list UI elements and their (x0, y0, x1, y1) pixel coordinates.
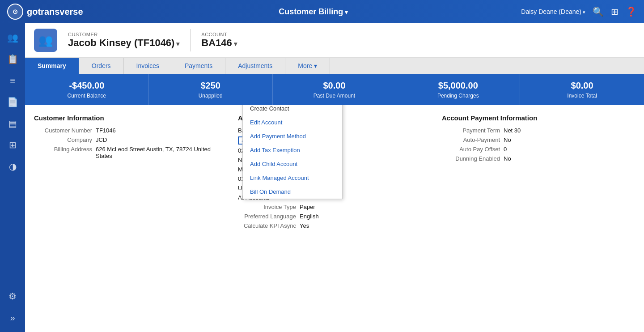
label-dunning: Dunning Enabled (442, 155, 500, 162)
customer-info: CUSTOMER Jacob Kinsey (TF1046) (68, 32, 179, 49)
top-nav: ⊙ gotransverse Customer Billing Daisy De… (0, 0, 644, 23)
customer-avatar: 👥 (34, 29, 57, 52)
info-row-billing-address: Billing Address 626 McLeod Street Austin… (34, 146, 227, 159)
main-content: Customer Information Customer Number TF1… (25, 105, 644, 332)
customer-label: CUSTOMER (68, 32, 179, 37)
sidebar-item-calc[interactable]: ⊞ (3, 135, 22, 155)
value-customer-number: TF1046 (96, 127, 116, 134)
stat-past-due: $0.00 Past Due Amount (273, 74, 397, 105)
stat-current-balance: -$450.00 Current Balance (25, 74, 149, 105)
sidebar-item-palette[interactable]: ◑ (3, 157, 22, 176)
dropdown-item-edit-account[interactable]: Edit Account (243, 115, 342, 129)
dropdown-item-add-child-account[interactable]: Add Child Account (243, 157, 342, 171)
sidebar-item-card[interactable]: ▤ (3, 114, 22, 133)
label-billing-address: Billing Address (34, 146, 92, 159)
dropdown-item-create-contact[interactable]: Create Contact (243, 105, 342, 115)
stat-pending: $5,000.00 Pending Charges (396, 74, 520, 105)
sidebar-item-settings[interactable]: ⚙ (3, 286, 22, 306)
nav-right: Daisy Deane (Deane) 🔍 ⊞ ❓ (521, 6, 637, 17)
stat-invoice-total: $0.00 Invoice Total (520, 74, 644, 105)
main-layout: 👥 📋 ≡ 📄 ▤ ⊞ ◑ ⚙ » 👥 CUSTOMER Jacob Kinse… (0, 23, 644, 332)
label-preferred-lang: Preferred Language (238, 213, 296, 220)
info-row-auto-payment: Auto-Payment No (442, 136, 635, 143)
tab-orders[interactable]: Orders (79, 58, 124, 74)
tab-invoices[interactable]: Invoices (124, 58, 172, 74)
label-customer-number: Customer Number (34, 127, 92, 134)
dropdown-item-add-payment-method[interactable]: Add Payment Method (243, 129, 342, 143)
logo-icon: ⊙ (7, 4, 23, 20)
dropdown-item-link-managed-account[interactable]: Link Managed Account (243, 171, 342, 185)
stat-value-unapplied: $250 (156, 81, 265, 91)
stat-unapplied: $250 Unapplied (149, 74, 273, 105)
dropdown-menu: Create Order Create Payment Create Payme… (242, 105, 343, 199)
value-auto-pay-offset: 0 (504, 146, 507, 153)
label-auto-pay-offset: Auto Pay Offset (442, 146, 500, 153)
info-row-preferred-lang: Preferred Language English (238, 213, 431, 220)
label-kpi: Calculate KPI Async (238, 222, 296, 229)
stat-label-unapplied: Unapplied (156, 93, 265, 99)
app-name: gotransverse (27, 7, 83, 17)
customer-name[interactable]: Jacob Kinsey (TF1046) (68, 37, 179, 49)
info-row-dunning: Dunning Enabled No (442, 155, 635, 162)
stat-value-invoice: $0.00 (527, 81, 637, 91)
stat-value-balance: -$450.00 (32, 81, 141, 91)
stats-bar: -$450.00 Current Balance $250 Unapplied … (25, 74, 644, 105)
value-kpi: Yes (300, 222, 309, 229)
help-icon[interactable]: ❓ (626, 6, 637, 17)
grid-icon[interactable]: ⊞ (611, 6, 619, 17)
customer-header: 👥 CUSTOMER Jacob Kinsey (TF1046) ACCOUNT… (25, 23, 644, 58)
nav-title[interactable]: Customer Billing (106, 7, 521, 17)
account-label: ACCOUNT (201, 32, 237, 37)
value-dunning: No (504, 155, 511, 162)
value-billing-address: 626 McLeod Street Austin, TX, 78724 Unit… (96, 146, 227, 159)
info-row-kpi: Calculate KPI Async Yes (238, 222, 431, 229)
sidebar-item-doc[interactable]: 📄 (3, 92, 22, 112)
user-menu[interactable]: Daisy Deane (Deane) (521, 8, 585, 15)
sidebar-item-expand[interactable]: » (3, 308, 22, 328)
sidebar-item-copy[interactable]: 📋 (3, 49, 22, 69)
value-preferred-lang: English (300, 213, 319, 220)
search-icon[interactable]: 🔍 (593, 6, 604, 17)
sidebar-item-users[interactable]: 👥 (3, 28, 22, 47)
label-invoice-type: Invoice Type (238, 204, 296, 210)
tab-bar: Summary Orders Invoices Payments Adjustm… (25, 58, 644, 74)
header-divider (190, 29, 191, 51)
info-row-customer-number: Customer Number TF1046 (34, 127, 227, 134)
sidebar: 👥 📋 ≡ 📄 ▤ ⊞ ◑ ⚙ » (0, 23, 25, 332)
tab-summary[interactable]: Summary (25, 58, 79, 74)
tab-payments[interactable]: Payments (172, 58, 225, 74)
info-row-company: Company JCD (34, 136, 227, 143)
value-invoice-type: Paper (300, 204, 315, 210)
content-area: 👥 CUSTOMER Jacob Kinsey (TF1046) ACCOUNT… (25, 23, 644, 332)
label-auto-payment: Auto-Payment (442, 136, 500, 143)
payment-information-section: Account Payment Information Payment Term… (442, 114, 635, 232)
customer-information-section: Customer Information Customer Number TF1… (34, 114, 227, 232)
sidebar-item-list[interactable]: ≡ (3, 71, 22, 90)
stat-label-pastdue: Past Due Amount (280, 93, 389, 99)
label-company: Company (34, 136, 92, 143)
tab-adjustments[interactable]: Adjustments (225, 58, 285, 74)
stat-label-pending: Pending Charges (403, 93, 513, 99)
stat-label-invoice: Invoice Total (527, 93, 637, 99)
info-row-invoice-type: Invoice Type Paper (238, 204, 431, 210)
customer-info-title: Customer Information (34, 114, 227, 122)
stat-value-pastdue: $0.00 (280, 81, 389, 91)
logo-area[interactable]: ⊙ gotransverse (7, 4, 106, 20)
account-info-header: ACCOUNT BA146 (201, 32, 237, 49)
payment-info-title: Account Payment Information (442, 114, 635, 122)
dropdown-item-bill-on-demand[interactable]: Bill On Demand (243, 185, 342, 199)
info-row-payment-term: Payment Term Net 30 (442, 127, 635, 134)
stat-label-balance: Current Balance (32, 93, 141, 99)
stat-value-pending: $5,000.00 (403, 81, 513, 91)
info-row-auto-pay-offset: Auto Pay Offset 0 (442, 146, 635, 153)
label-payment-term: Payment Term (442, 127, 500, 134)
value-payment-term: Net 30 (504, 127, 521, 134)
account-name[interactable]: BA146 (201, 37, 237, 49)
tab-more[interactable]: More ▾ (285, 58, 330, 74)
value-auto-payment: No (504, 136, 511, 143)
dropdown-item-add-tax-exemption[interactable]: Add Tax Exemption (243, 143, 342, 157)
value-company: JCD (96, 136, 107, 143)
